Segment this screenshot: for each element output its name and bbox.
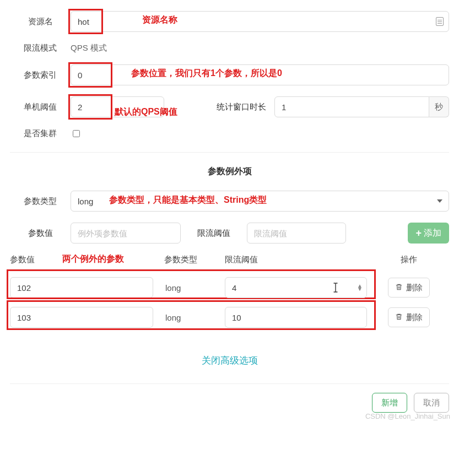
row-param-type: 参数类型 long 参数类型，只能是基本类型、String类型 [10, 191, 449, 212]
submit-button[interactable]: 新增 [372, 393, 407, 413]
add-button[interactable]: + 添加 [408, 223, 449, 244]
add-button-label: 添加 [424, 228, 441, 239]
delete-button[interactable]: 删除 [388, 307, 430, 327]
label-window: 统计窗口时长 [208, 102, 274, 112]
table-header: 参数值 参数类型 限流阈值 操作 两个例外的参数 [10, 255, 449, 265]
watermark: CSDN @Leon_Jinhai_Sun [365, 412, 450, 420]
label-limit-value: 限流阈值 [186, 228, 241, 239]
table-rows: long ▲▼ 删除 long ▲▼ [10, 273, 449, 332]
annotation-text-index: 参数位置，我们只有1个参数，所以是0 [131, 68, 282, 79]
mode-value: QPS 模式 [71, 43, 449, 53]
cancel-button[interactable]: 取消 [414, 393, 449, 413]
row-type-text: long [164, 283, 225, 293]
label-mode: 限流模式 [10, 43, 71, 53]
row-cluster: 是否集群 [10, 128, 449, 139]
col-param-type: 参数类型 [164, 255, 225, 265]
threshold-ctrl: 默认的QPS阈值 [71, 96, 164, 117]
section-title-exception: 参数例外项 [10, 166, 449, 177]
delete-button[interactable]: 删除 [388, 278, 430, 298]
label-param-value: 参数值 [10, 228, 71, 239]
delete-label: 删除 [406, 283, 423, 293]
label-param-index: 参数索引 [10, 70, 71, 80]
label-threshold: 单机阈值 [10, 102, 71, 112]
row-threshold: 单机阈值 默认的QPS阈值 统计窗口时长 秒 [10, 96, 449, 117]
bottom-bar: 新增 取消 [10, 383, 449, 413]
trash-icon [395, 313, 403, 322]
toggle-advanced-link[interactable]: 关闭高级选项 [202, 355, 258, 366]
row-resource: 资源名 资源名称 [10, 11, 449, 32]
row-value-input[interactable] [10, 307, 153, 328]
doc-icon [436, 17, 444, 26]
window-input[interactable] [274, 96, 429, 117]
window-unit: 秒 [429, 96, 449, 117]
row-add: 参数值 限流阈值 + 添加 [10, 223, 449, 244]
toggle-advanced: 关闭高级选项 [10, 354, 449, 367]
row-mode: 限流模式 QPS 模式 [10, 43, 449, 53]
row-limit-input[interactable] [225, 307, 367, 328]
divider-1 [10, 152, 449, 153]
cluster-ctrl [71, 128, 449, 139]
annotation-text-type: 参数类型，只能是基本类型、String类型 [109, 194, 267, 206]
resource-input[interactable] [71, 11, 449, 32]
label-param-type: 参数类型 [10, 196, 71, 207]
col-op: 操作 [368, 255, 449, 265]
row-limit-input[interactable] [225, 277, 367, 298]
row-value-input[interactable] [10, 277, 153, 298]
param-index-ctrl: 参数位置，我们只有1个参数，所以是0 [71, 64, 449, 85]
trash-icon [395, 283, 403, 293]
annotation-text-rows: 两个例外的参数 [62, 253, 124, 265]
resource-ctrl: 资源名称 [71, 11, 449, 32]
annotation-text-resource: 资源名称 [142, 14, 177, 26]
row-type-text: long [164, 313, 225, 322]
text-cursor-icon [332, 283, 339, 293]
param-type-wrap: long 参数类型，只能是基本类型、String类型 [71, 191, 449, 212]
col-limit: 限流阈值 [225, 255, 368, 265]
cluster-checkbox[interactable] [73, 130, 80, 137]
plus-icon: + [415, 228, 422, 239]
row-param-index: 参数索引 参数位置，我们只有1个参数，所以是0 [10, 64, 449, 85]
param-value-input[interactable] [71, 223, 181, 244]
table-row: long ▲▼ 删除 [10, 273, 449, 302]
label-cluster: 是否集群 [10, 128, 71, 139]
delete-label: 删除 [406, 312, 423, 323]
table-row: long ▲▼ 删除 [10, 302, 449, 332]
annotation-text-threshold: 默认的QPS阈值 [115, 106, 177, 118]
number-stepper[interactable]: ▲▼ [357, 284, 363, 291]
label-resource: 资源名 [10, 17, 71, 27]
limit-value-input[interactable] [247, 223, 346, 244]
